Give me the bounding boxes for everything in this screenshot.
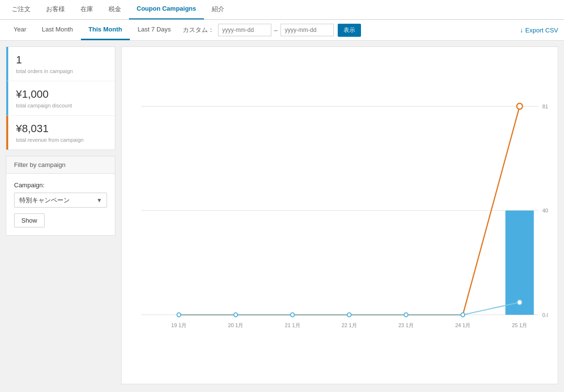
top-nav: ご注文 お客様 在庫 税金 Coupon Campaigns 紹介	[0, 0, 564, 20]
show-button[interactable]: 表示	[338, 24, 361, 37]
export-csv-link[interactable]: ↓ Export CSV	[520, 20, 558, 40]
dot-orange-21	[291, 313, 295, 317]
filter-card: Filter by campaign Campaign: 特別キャンペーン ▼ …	[6, 156, 115, 236]
svg-text:8191.62: 8191.62	[542, 103, 548, 109]
stat-discount-value: ¥1,000	[16, 88, 107, 101]
svg-text:23 1月: 23 1月	[398, 322, 414, 328]
period-bar: Year Last Month This Month Last 7 Days カ…	[0, 20, 564, 41]
nav-item-coupon[interactable]: Coupon Campaigns	[129, 0, 204, 19]
filter-body: Campaign: 特別キャンペーン ▼ Show	[6, 174, 115, 235]
main-chart: 0 1 2 0.00 4095.81 8191.62 19 1月 20 1月 2…	[141, 57, 548, 364]
date-from-input[interactable]	[218, 24, 271, 36]
custom-label: カスタム：	[179, 20, 218, 40]
svg-text:21 1月: 21 1月	[285, 322, 300, 328]
filter-header: Filter by campaign	[6, 156, 115, 174]
period-last-7-days[interactable]: Last 7 Days	[130, 20, 179, 40]
nav-item-orders[interactable]: ご注文	[4, 0, 38, 19]
period-this-month[interactable]: This Month	[81, 20, 130, 40]
stat-revenue: ¥8,031 total revenue from campaign	[6, 116, 115, 150]
svg-text:20 1月: 20 1月	[228, 322, 244, 328]
period-last-month[interactable]: Last Month	[34, 20, 80, 40]
stat-orders-value: 1	[16, 54, 107, 66]
dot-blue-25	[517, 300, 522, 305]
dot-orange-25	[517, 103, 523, 109]
download-icon: ↓	[520, 26, 523, 34]
date-separator: –	[271, 27, 281, 34]
dot-orange-23	[404, 313, 408, 317]
svg-text:25 1月: 25 1月	[512, 322, 528, 328]
stat-revenue-label: total revenue from campaign	[16, 137, 107, 143]
sidebar: 1 total orders in campaign ¥1,000 total …	[0, 41, 121, 390]
dot-orange-24	[461, 313, 465, 317]
nav-item-inventory[interactable]: 在庫	[73, 0, 101, 19]
dot-orange-20	[234, 313, 237, 317]
campaign-label: Campaign:	[14, 181, 107, 189]
stat-discount-label: total campaign discount	[16, 103, 107, 108]
dot-orange-22	[347, 313, 351, 317]
chart-area: 0 1 2 0.00 4095.81 8191.62 19 1月 20 1月 2…	[121, 46, 558, 384]
date-to-input[interactable]	[281, 24, 334, 36]
stat-orders: 1 total orders in campaign	[6, 47, 115, 81]
svg-text:22 1月: 22 1月	[342, 322, 357, 328]
nav-item-referral[interactable]: 紹介	[204, 0, 232, 19]
dot-orange-19	[177, 313, 181, 317]
campaign-select[interactable]: 特別キャンペーン	[14, 193, 107, 208]
svg-text:19 1月: 19 1月	[171, 322, 187, 328]
stat-discount: ¥1,000 total campaign discount	[6, 81, 115, 116]
svg-text:24 1月: 24 1月	[455, 322, 470, 328]
nav-item-tax[interactable]: 税金	[101, 0, 129, 19]
svg-text:4095.81: 4095.81	[542, 208, 548, 213]
svg-text:0.00: 0.00	[542, 312, 548, 317]
export-csv-label: Export CSV	[525, 27, 558, 34]
period-year[interactable]: Year	[6, 20, 34, 40]
stats-card: 1 total orders in campaign ¥1,000 total …	[6, 46, 115, 150]
bar-25	[505, 211, 534, 315]
show-filter-button[interactable]: Show	[14, 213, 45, 227]
main-content: 1 total orders in campaign ¥1,000 total …	[0, 41, 564, 390]
stat-revenue-value: ¥8,031	[16, 122, 107, 135]
nav-item-customers[interactable]: お客様	[38, 0, 73, 19]
stat-orders-label: total orders in campaign	[16, 68, 107, 74]
campaign-select-wrap: 特別キャンペーン ▼	[14, 193, 107, 208]
